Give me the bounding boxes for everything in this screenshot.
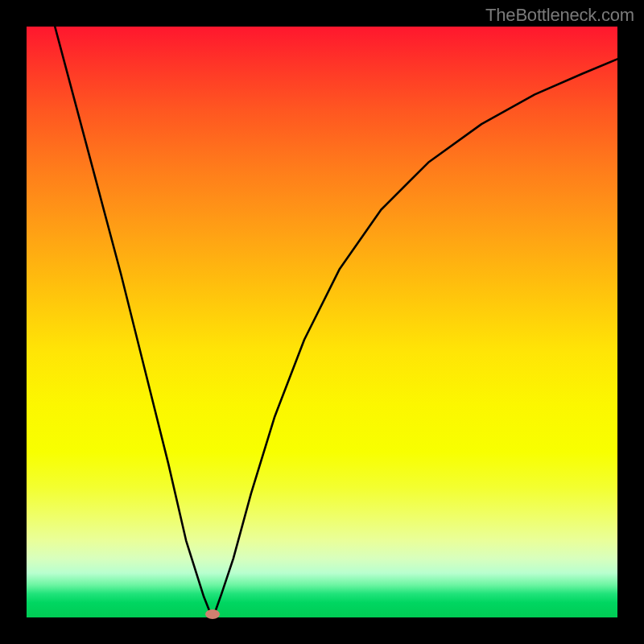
chart-frame: TheBottleneck.com (0, 0, 644, 644)
minimum-marker (205, 609, 220, 619)
plot-area (27, 27, 617, 617)
watermark-text: TheBottleneck.com (485, 5, 634, 26)
bottleneck-curve (27, 27, 617, 617)
